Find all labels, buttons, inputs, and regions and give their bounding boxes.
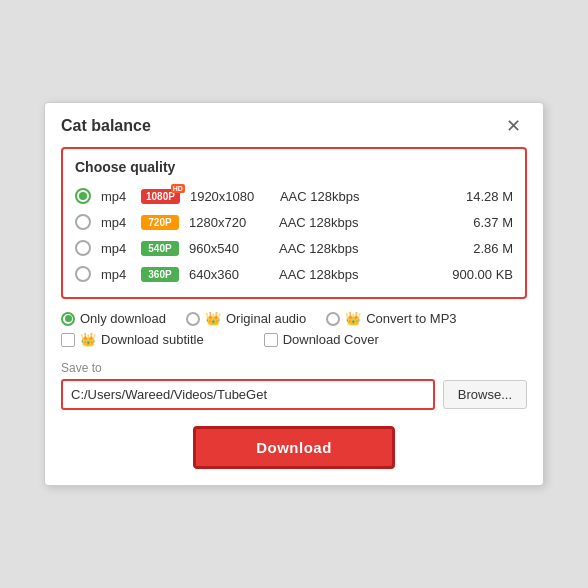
radio-convert-mp3[interactable] [326,312,340,326]
format-540: mp4 [101,241,131,256]
dialog-title: Cat balance [61,117,151,135]
options-row-2: 👑 Download subtitle Download Cover [61,332,527,347]
dialog: Cat balance ✕ Choose quality mp4 1080P H… [44,102,544,486]
download-row: Download [61,426,527,469]
badge-720: 720P [141,215,179,230]
browse-button[interactable]: Browse... [443,380,527,409]
original-audio-label: Original audio [226,311,306,326]
size-540: 2.86 M [443,241,513,256]
audio-720: AAC 128kbps [279,215,433,230]
radio-1080[interactable] [75,188,91,204]
radio-original-audio[interactable] [186,312,200,326]
format-360: mp4 [101,267,131,282]
option-only-download[interactable]: Only download [61,311,166,326]
radio-dot-1080 [79,192,87,200]
checkbox-subtitle[interactable] [61,333,75,347]
badge-360: 360P [141,267,179,282]
download-subtitle-label: Download subtitle [101,332,204,347]
crown-icon-subtitle: 👑 [80,332,96,347]
option-download-subtitle[interactable]: 👑 Download subtitle [61,332,204,347]
quality-row-1080[interactable]: mp4 1080P HD 1920x1080 AAC 128kbps 14.28… [75,183,513,209]
audio-1080: AAC 128kbps [280,189,433,204]
radio-only-download[interactable] [61,312,75,326]
size-360: 900.00 KB [443,267,513,282]
crown-icon-mp3: 👑 [345,311,361,326]
size-1080: 14.28 M [443,189,513,204]
hd-tag-1080: HD [171,184,185,193]
title-bar: Cat balance ✕ [61,115,527,137]
save-to-label: Save to [61,361,527,375]
convert-mp3-label: Convert to MP3 [366,311,456,326]
size-720: 6.37 M [443,215,513,230]
quality-row-360[interactable]: mp4 360P 640x360 AAC 128kbps 900.00 KB [75,261,513,287]
option-convert-mp3[interactable]: 👑 Convert to MP3 [326,311,456,326]
resolution-360: 640x360 [189,267,269,282]
format-1080: mp4 [101,189,131,204]
audio-540: AAC 128kbps [279,241,433,256]
download-cover-label: Download Cover [283,332,379,347]
badge-540: 540P [141,241,179,256]
save-path-input[interactable] [61,379,435,410]
quality-row-720[interactable]: mp4 720P 1280x720 AAC 128kbps 6.37 M [75,209,513,235]
format-720: mp4 [101,215,131,230]
close-button[interactable]: ✕ [500,115,527,137]
resolution-540: 960x540 [189,241,269,256]
radio-dot-only-download [65,315,72,322]
checkbox-cover[interactable] [264,333,278,347]
audio-360: AAC 128kbps [279,267,433,282]
options-row-1: Only download 👑 Original audio 👑 Convert… [61,311,527,326]
option-download-cover[interactable]: Download Cover [264,332,379,347]
badge-1080: 1080P HD [141,189,180,204]
option-original-audio[interactable]: 👑 Original audio [186,311,306,326]
resolution-720: 1280x720 [189,215,269,230]
resolution-1080: 1920x1080 [190,189,270,204]
download-button[interactable]: Download [193,426,395,469]
radio-540[interactable] [75,240,91,256]
radio-360[interactable] [75,266,91,282]
save-to-row: Browse... [61,379,527,410]
crown-icon-audio: 👑 [205,311,221,326]
quality-row-540[interactable]: mp4 540P 960x540 AAC 128kbps 2.86 M [75,235,513,261]
quality-title: Choose quality [75,159,513,175]
radio-720[interactable] [75,214,91,230]
only-download-label: Only download [80,311,166,326]
quality-box: Choose quality mp4 1080P HD 1920x1080 AA… [61,147,527,299]
